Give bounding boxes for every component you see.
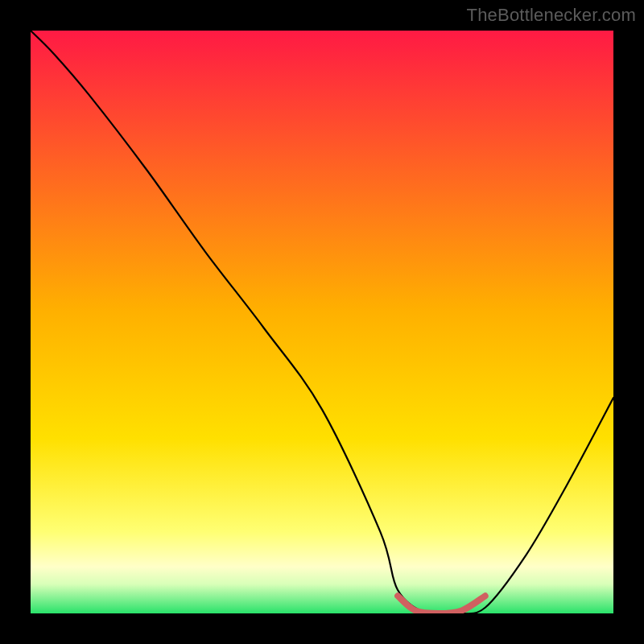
watermark-text: TheBottlenecker.com [467,5,636,26]
chart-svg [31,31,613,613]
gradient-background [31,31,613,613]
chart-frame: TheBottlenecker.com [0,0,644,644]
plot-area [31,31,613,613]
